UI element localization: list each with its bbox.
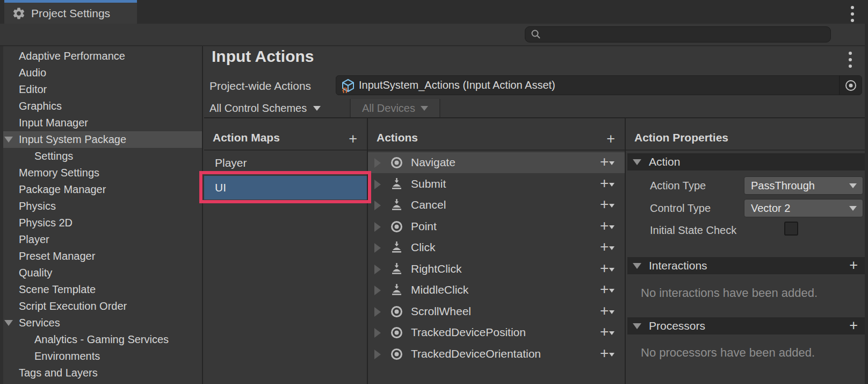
add-action-map-button[interactable]: + [349, 132, 357, 146]
devices-dropdown[interactable]: All Devices [351, 99, 439, 117]
action-row-click[interactable]: Click + [368, 237, 625, 258]
sidebar-item-package-manager[interactable]: Package Manager [0, 181, 202, 198]
sidebar-item-preset-manager[interactable]: Preset Manager [0, 248, 202, 265]
action-label: TrackedDeviceOrientation [411, 347, 541, 360]
sidebar-item-graphics[interactable]: Graphics [0, 98, 202, 115]
search-input[interactable] [545, 29, 814, 40]
expand-arrow-icon[interactable] [374, 286, 381, 295]
expand-arrow-icon[interactable] [374, 265, 381, 274]
action-row-scrollwheel[interactable]: ScrollWheel + [368, 301, 625, 322]
action-row-navigate[interactable]: Navigate + [368, 152, 625, 173]
chevron-down-icon [313, 106, 321, 111]
expand-arrow-icon[interactable] [374, 158, 381, 168]
search-icon [530, 29, 542, 40]
control-schemes-dropdown[interactable]: All Control Schemes [209, 99, 321, 117]
tab-project-settings[interactable]: Project Settings [4, 0, 137, 24]
add-binding-button[interactable]: + [600, 154, 616, 170]
add-processor-button[interactable]: + [849, 317, 858, 333]
add-binding-button[interactable]: + [600, 303, 616, 319]
action-row-trackeddeviceposition[interactable]: TrackedDevicePosition + [368, 322, 625, 343]
sidebar-item-label: Scene Template [19, 283, 96, 296]
interactions-foldout[interactable]: Interactions + [627, 257, 865, 274]
sidebar-item-services[interactable]: Services [0, 315, 202, 331]
settings-toolbar [0, 24, 868, 46]
expand-arrow-icon[interactable] [374, 222, 381, 232]
expand-arrow-icon[interactable] [374, 350, 381, 359]
processors-foldout[interactable]: Processors + [627, 317, 865, 335]
action-label: RightClick [411, 262, 462, 275]
control-type-dropdown[interactable]: Vector 2 [744, 199, 863, 217]
sidebar-item-physics-2d[interactable]: Physics 2D [0, 215, 202, 231]
project-wide-actions-label: Project-wide Actions [209, 80, 311, 93]
add-action-button[interactable]: + [606, 132, 615, 146]
add-binding-button[interactable]: + [600, 261, 616, 277]
add-binding-button[interactable]: + [600, 239, 616, 255]
sidebar-item-settings[interactable]: Settings [0, 148, 202, 165]
sidebar-item-label: Environments [34, 350, 100, 362]
search-box[interactable] [525, 26, 831, 42]
sidebar-item-memory-settings[interactable]: Memory Settings [0, 165, 202, 181]
sidebar-item-tags-and-layers[interactable]: Tags and Layers [0, 365, 202, 381]
action-properties-header-label: Action Properties [634, 131, 728, 144]
column-divider[interactable] [625, 118, 626, 384]
sidebar-item-input-manager[interactable]: Input Manager [0, 115, 202, 131]
action-map-label: UI [215, 181, 226, 194]
sidebar-item-label: Quality [19, 267, 52, 279]
window-kebab-icon[interactable] [851, 6, 854, 22]
action-map-row-ui[interactable]: UI [204, 176, 367, 200]
sidebar-item-label: Settings [34, 150, 73, 162]
sidebar-item-player[interactable]: Player [0, 231, 202, 248]
sidebar-item-scene-template[interactable]: Scene Template [0, 281, 202, 298]
initial-state-checkbox[interactable] [784, 222, 798, 236]
add-binding-button[interactable]: + [600, 197, 616, 213]
panel-kebab-icon[interactable] [849, 52, 852, 68]
action-label: Point [411, 220, 437, 233]
sidebar-item-script-execution-order[interactable]: Script Execution Order [0, 298, 202, 315]
action-label: MiddleClick [411, 283, 468, 296]
add-binding-button[interactable]: + [600, 324, 616, 340]
chevron-down-icon [849, 183, 857, 188]
sidebar-item-label: Graphics [19, 100, 62, 112]
action-row-rightclick[interactable]: RightClick + [368, 259, 625, 280]
sidebar-item-environments[interactable]: Environments [0, 348, 202, 365]
action-foldout[interactable]: Action [627, 153, 865, 170]
add-binding-button[interactable]: + [600, 282, 616, 298]
action-row-submit[interactable]: Submit + [368, 174, 625, 195]
column-divider[interactable] [367, 118, 368, 384]
sidebar-item-label: Physics 2D [19, 217, 73, 229]
sidebar-item-adaptive-performance[interactable]: Adaptive Performance [0, 48, 202, 65]
add-binding-button[interactable]: + [600, 218, 616, 234]
action-row-cancel[interactable]: Cancel + [368, 195, 625, 216]
sidebar-item-input-system-package[interactable]: Input System Package [0, 131, 202, 148]
add-interaction-button[interactable]: + [849, 257, 858, 273]
sidebar-item-analytics-gaming-services[interactable]: Analytics - Gaming Services [0, 331, 202, 348]
sidebar-item-quality[interactable]: Quality [0, 265, 202, 281]
add-binding-button[interactable]: + [600, 346, 616, 362]
foldout-open-icon[interactable] [4, 137, 13, 143]
action-properties-header: Action Properties [626, 118, 868, 151]
add-binding-button[interactable]: + [600, 176, 616, 192]
action-type-dropdown[interactable]: PassThrough [744, 176, 863, 195]
object-picker-button[interactable] [839, 76, 862, 95]
foldout-open-icon[interactable] [4, 320, 13, 326]
sidebar-item-physics[interactable]: Physics [0, 198, 202, 215]
expand-arrow-icon[interactable] [374, 180, 381, 189]
control-type-value: Vector 2 [751, 202, 790, 215]
button-icon [389, 198, 404, 212]
expand-arrow-icon[interactable] [374, 201, 381, 210]
sidebar-item-label: Physics [19, 200, 56, 212]
action-maps-header-label: Action Maps [213, 131, 280, 144]
action-row-point[interactable]: Point + [368, 216, 625, 237]
action-row-trackeddeviceorientation[interactable]: TrackedDeviceOrientation + [368, 344, 625, 365]
sidebar-item-editor[interactable]: Editor [0, 81, 202, 98]
expand-arrow-icon[interactable] [374, 307, 381, 317]
asset-object-field[interactable]: {} InputSystem_Actions (Input Action Ass… [336, 75, 862, 95]
sidebar-item-label: Audio [19, 67, 46, 79]
action-map-row-player[interactable]: Player [204, 152, 367, 173]
action-row-middleclick[interactable]: MiddleClick + [368, 280, 625, 301]
expand-arrow-icon[interactable] [374, 243, 381, 253]
toolbar-divider [439, 99, 440, 117]
expand-arrow-icon[interactable] [374, 328, 381, 338]
sidebar-item-audio[interactable]: Audio [0, 65, 202, 81]
foldout-open-icon [633, 263, 641, 269]
